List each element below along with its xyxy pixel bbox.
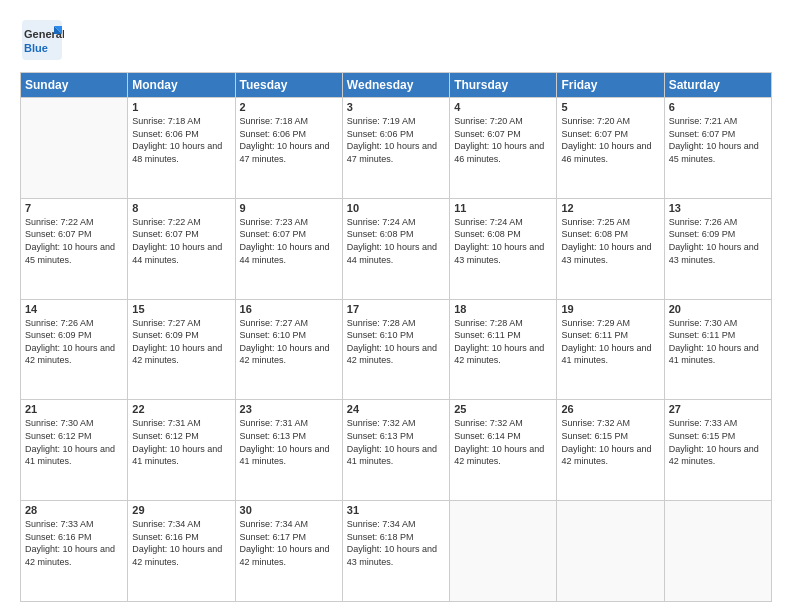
day-number: 3 <box>347 101 445 113</box>
calendar-header-row: SundayMondayTuesdayWednesdayThursdayFrid… <box>21 73 772 98</box>
day-number: 28 <box>25 504 123 516</box>
day-cell: 7Sunrise: 7:22 AMSunset: 6:07 PMDaylight… <box>21 198 128 299</box>
day-cell: 4Sunrise: 7:20 AMSunset: 6:07 PMDaylight… <box>450 98 557 199</box>
day-cell: 13Sunrise: 7:26 AMSunset: 6:09 PMDayligh… <box>664 198 771 299</box>
day-info: Sunrise: 7:32 AMSunset: 6:15 PMDaylight:… <box>561 417 659 467</box>
day-cell: 30Sunrise: 7:34 AMSunset: 6:17 PMDayligh… <box>235 501 342 602</box>
day-info: Sunrise: 7:25 AMSunset: 6:08 PMDaylight:… <box>561 216 659 266</box>
day-info: Sunrise: 7:27 AMSunset: 6:10 PMDaylight:… <box>240 317 338 367</box>
day-number: 27 <box>669 403 767 415</box>
day-number: 17 <box>347 303 445 315</box>
day-number: 9 <box>240 202 338 214</box>
day-cell: 22Sunrise: 7:31 AMSunset: 6:12 PMDayligh… <box>128 400 235 501</box>
day-info: Sunrise: 7:22 AMSunset: 6:07 PMDaylight:… <box>132 216 230 266</box>
day-number: 16 <box>240 303 338 315</box>
week-row-3: 14Sunrise: 7:26 AMSunset: 6:09 PMDayligh… <box>21 299 772 400</box>
day-cell: 27Sunrise: 7:33 AMSunset: 6:15 PMDayligh… <box>664 400 771 501</box>
day-cell: 20Sunrise: 7:30 AMSunset: 6:11 PMDayligh… <box>664 299 771 400</box>
day-number: 6 <box>669 101 767 113</box>
day-cell: 24Sunrise: 7:32 AMSunset: 6:13 PMDayligh… <box>342 400 449 501</box>
day-info: Sunrise: 7:26 AMSunset: 6:09 PMDaylight:… <box>25 317 123 367</box>
day-info: Sunrise: 7:26 AMSunset: 6:09 PMDaylight:… <box>669 216 767 266</box>
day-number: 26 <box>561 403 659 415</box>
day-number: 11 <box>454 202 552 214</box>
day-info: Sunrise: 7:27 AMSunset: 6:09 PMDaylight:… <box>132 317 230 367</box>
week-row-2: 7Sunrise: 7:22 AMSunset: 6:07 PMDaylight… <box>21 198 772 299</box>
day-number: 23 <box>240 403 338 415</box>
day-cell: 18Sunrise: 7:28 AMSunset: 6:11 PMDayligh… <box>450 299 557 400</box>
day-cell: 25Sunrise: 7:32 AMSunset: 6:14 PMDayligh… <box>450 400 557 501</box>
calendar-table: SundayMondayTuesdayWednesdayThursdayFrid… <box>20 72 772 602</box>
day-cell: 21Sunrise: 7:30 AMSunset: 6:12 PMDayligh… <box>21 400 128 501</box>
day-number: 13 <box>669 202 767 214</box>
day-number: 31 <box>347 504 445 516</box>
day-info: Sunrise: 7:24 AMSunset: 6:08 PMDaylight:… <box>454 216 552 266</box>
day-info: Sunrise: 7:20 AMSunset: 6:07 PMDaylight:… <box>561 115 659 165</box>
day-number: 5 <box>561 101 659 113</box>
day-number: 24 <box>347 403 445 415</box>
day-info: Sunrise: 7:28 AMSunset: 6:10 PMDaylight:… <box>347 317 445 367</box>
day-number: 12 <box>561 202 659 214</box>
day-cell: 3Sunrise: 7:19 AMSunset: 6:06 PMDaylight… <box>342 98 449 199</box>
day-cell: 6Sunrise: 7:21 AMSunset: 6:07 PMDaylight… <box>664 98 771 199</box>
column-header-thursday: Thursday <box>450 73 557 98</box>
day-number: 30 <box>240 504 338 516</box>
svg-text:Blue: Blue <box>24 42 48 54</box>
day-info: Sunrise: 7:32 AMSunset: 6:14 PMDaylight:… <box>454 417 552 467</box>
day-cell: 26Sunrise: 7:32 AMSunset: 6:15 PMDayligh… <box>557 400 664 501</box>
day-cell: 29Sunrise: 7:34 AMSunset: 6:16 PMDayligh… <box>128 501 235 602</box>
week-row-4: 21Sunrise: 7:30 AMSunset: 6:12 PMDayligh… <box>21 400 772 501</box>
day-cell: 9Sunrise: 7:23 AMSunset: 6:07 PMDaylight… <box>235 198 342 299</box>
day-cell: 1Sunrise: 7:18 AMSunset: 6:06 PMDaylight… <box>128 98 235 199</box>
day-number: 1 <box>132 101 230 113</box>
day-cell <box>21 98 128 199</box>
day-info: Sunrise: 7:28 AMSunset: 6:11 PMDaylight:… <box>454 317 552 367</box>
day-info: Sunrise: 7:30 AMSunset: 6:11 PMDaylight:… <box>669 317 767 367</box>
day-info: Sunrise: 7:23 AMSunset: 6:07 PMDaylight:… <box>240 216 338 266</box>
day-number: 14 <box>25 303 123 315</box>
logo-icon: General Blue <box>20 18 64 62</box>
day-number: 20 <box>669 303 767 315</box>
day-number: 4 <box>454 101 552 113</box>
day-cell <box>450 501 557 602</box>
day-info: Sunrise: 7:34 AMSunset: 6:16 PMDaylight:… <box>132 518 230 568</box>
day-cell: 23Sunrise: 7:31 AMSunset: 6:13 PMDayligh… <box>235 400 342 501</box>
day-info: Sunrise: 7:32 AMSunset: 6:13 PMDaylight:… <box>347 417 445 467</box>
day-info: Sunrise: 7:30 AMSunset: 6:12 PMDaylight:… <box>25 417 123 467</box>
day-cell: 2Sunrise: 7:18 AMSunset: 6:06 PMDaylight… <box>235 98 342 199</box>
day-cell: 17Sunrise: 7:28 AMSunset: 6:10 PMDayligh… <box>342 299 449 400</box>
day-info: Sunrise: 7:33 AMSunset: 6:15 PMDaylight:… <box>669 417 767 467</box>
logo: General Blue <box>20 18 64 62</box>
day-info: Sunrise: 7:33 AMSunset: 6:16 PMDaylight:… <box>25 518 123 568</box>
day-cell: 15Sunrise: 7:27 AMSunset: 6:09 PMDayligh… <box>128 299 235 400</box>
day-info: Sunrise: 7:29 AMSunset: 6:11 PMDaylight:… <box>561 317 659 367</box>
day-info: Sunrise: 7:34 AMSunset: 6:18 PMDaylight:… <box>347 518 445 568</box>
day-cell: 31Sunrise: 7:34 AMSunset: 6:18 PMDayligh… <box>342 501 449 602</box>
day-cell: 12Sunrise: 7:25 AMSunset: 6:08 PMDayligh… <box>557 198 664 299</box>
day-cell: 14Sunrise: 7:26 AMSunset: 6:09 PMDayligh… <box>21 299 128 400</box>
day-cell: 19Sunrise: 7:29 AMSunset: 6:11 PMDayligh… <box>557 299 664 400</box>
column-header-wednesday: Wednesday <box>342 73 449 98</box>
day-number: 19 <box>561 303 659 315</box>
day-info: Sunrise: 7:22 AMSunset: 6:07 PMDaylight:… <box>25 216 123 266</box>
day-info: Sunrise: 7:31 AMSunset: 6:12 PMDaylight:… <box>132 417 230 467</box>
day-number: 25 <box>454 403 552 415</box>
day-number: 18 <box>454 303 552 315</box>
header: General Blue <box>20 18 772 62</box>
day-cell: 8Sunrise: 7:22 AMSunset: 6:07 PMDaylight… <box>128 198 235 299</box>
day-info: Sunrise: 7:19 AMSunset: 6:06 PMDaylight:… <box>347 115 445 165</box>
column-header-friday: Friday <box>557 73 664 98</box>
day-info: Sunrise: 7:31 AMSunset: 6:13 PMDaylight:… <box>240 417 338 467</box>
day-info: Sunrise: 7:21 AMSunset: 6:07 PMDaylight:… <box>669 115 767 165</box>
day-number: 8 <box>132 202 230 214</box>
day-cell: 28Sunrise: 7:33 AMSunset: 6:16 PMDayligh… <box>21 501 128 602</box>
column-header-tuesday: Tuesday <box>235 73 342 98</box>
calendar-page: General Blue SundayMondayTuesdayWednesda… <box>0 0 792 612</box>
day-cell: 5Sunrise: 7:20 AMSunset: 6:07 PMDaylight… <box>557 98 664 199</box>
day-info: Sunrise: 7:18 AMSunset: 6:06 PMDaylight:… <box>240 115 338 165</box>
day-cell: 11Sunrise: 7:24 AMSunset: 6:08 PMDayligh… <box>450 198 557 299</box>
day-info: Sunrise: 7:24 AMSunset: 6:08 PMDaylight:… <box>347 216 445 266</box>
day-number: 2 <box>240 101 338 113</box>
day-info: Sunrise: 7:18 AMSunset: 6:06 PMDaylight:… <box>132 115 230 165</box>
column-header-saturday: Saturday <box>664 73 771 98</box>
